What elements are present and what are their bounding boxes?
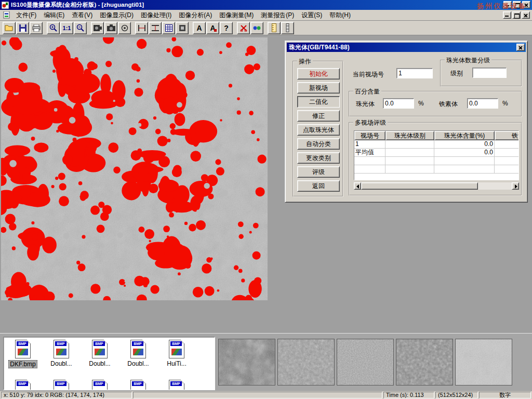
vendor-watermark: 扬州仪器设备 <box>477 2 527 11</box>
file-label[interactable]: Doubl... <box>88 360 111 367</box>
menu-file[interactable]: 文件(F) <box>12 10 40 21</box>
dialog-title-bar[interactable]: 珠光体(GB/T9441-88) <box>287 43 526 52</box>
menu-image-analysis[interactable]: 图像分析(A) <box>175 10 216 21</box>
file-label[interactable]: DKF.bmp <box>8 360 37 368</box>
file-item[interactable]: BMP Doubl... <box>81 340 119 368</box>
scrollbar-track[interactable] <box>478 182 512 190</box>
scrollbar-thumb[interactable] <box>361 182 478 190</box>
save-icon <box>19 24 26 32</box>
grade-input[interactable] <box>472 68 507 78</box>
caliper-horizontal-icon <box>151 24 159 32</box>
menu-view[interactable]: 查看(V) <box>68 10 96 21</box>
scroll-left-button[interactable] <box>354 182 361 190</box>
change-class-button[interactable]: 更改类别 <box>297 152 340 164</box>
calibration-dots-icon <box>253 25 261 31</box>
header-content[interactable]: 珠光体含量(%) <box>434 131 495 140</box>
menu-edit[interactable]: 编辑(E) <box>40 10 68 21</box>
bmp-file-icon: BMP <box>92 380 108 390</box>
mdi-restore-button[interactable] <box>512 11 521 19</box>
init-button[interactable]: 初始化 <box>297 68 340 79</box>
bmp-thumbnail-art <box>171 349 182 355</box>
grid-icon <box>165 24 172 32</box>
menu-image-display[interactable]: 图像显示(D) <box>96 10 137 21</box>
grid-button[interactable] <box>162 22 175 34</box>
zoom-out-button[interactable] <box>74 22 87 34</box>
new-field-button[interactable]: 新视场 <box>297 82 340 94</box>
file-item[interactable]: BMP <box>4 380 42 390</box>
header-grade[interactable]: 珠光体级别 <box>385 131 434 140</box>
file-item[interactable]: BMP DKF.bmp <box>4 340 42 368</box>
file-item[interactable]: BMP <box>157 380 196 390</box>
status-position: x: 510 y: 79 idx: 0 RGB: (174, 174, 174) <box>1 392 132 398</box>
menu-help[interactable]: 帮助(H) <box>326 10 354 21</box>
thumbnail-4[interactable] <box>396 339 453 385</box>
menu-image-processing[interactable]: 图像处理(I) <box>137 10 175 21</box>
menu-settings[interactable]: 设置(S) <box>298 10 326 21</box>
actual-size-button[interactable]: 1:1 <box>60 22 73 34</box>
measure-area-button[interactable] <box>176 22 189 34</box>
file-item[interactable]: BMP <box>42 380 81 390</box>
text-annotation-button[interactable]: A <box>193 22 206 34</box>
video-capture-button[interactable] <box>91 22 104 34</box>
mdi-close-button[interactable] <box>522 11 530 19</box>
pearlite-label: 珠光体 <box>356 100 375 109</box>
target-button[interactable] <box>118 22 131 34</box>
help-button[interactable]: ? <box>220 22 233 34</box>
binarize-button[interactable]: 二值化 <box>297 96 340 108</box>
correct-button[interactable]: 修正 <box>297 110 340 122</box>
ferrite-percent-input[interactable]: 0.0 <box>467 98 498 109</box>
app-icon <box>2 2 9 9</box>
menu-image-measure[interactable]: 图像测量(M) <box>216 10 257 21</box>
open-file-button[interactable] <box>3 22 16 34</box>
file-item[interactable]: BMP <box>81 380 119 390</box>
snapshot-button[interactable] <box>104 22 117 34</box>
dialog-close-button[interactable] <box>516 44 525 51</box>
bmp-badge: BMP <box>170 381 182 386</box>
ferrite-label: 铁素体 <box>439 100 458 109</box>
return-button[interactable]: 返回 <box>297 180 340 192</box>
scale-bar-button[interactable] <box>281 22 294 34</box>
pick-pearlite-button[interactable]: 点取珠光体 <box>297 124 340 136</box>
ruler-button[interactable] <box>268 22 281 34</box>
rating-table[interactable]: 视场号 珠光体级别 珠光体含量(%) 铁素 1 0.0 平均值 0.0 <box>354 130 519 180</box>
bmp-file-icon: BMP <box>169 340 184 358</box>
measure-vertical-button[interactable] <box>135 22 148 34</box>
thumbnail-3[interactable] <box>337 339 394 385</box>
menu-report[interactable]: 测量报告(P) <box>257 10 298 21</box>
header-field[interactable]: 视场号 <box>354 131 385 140</box>
table-horizontal-scrollbar[interactable] <box>354 182 519 190</box>
save-button[interactable] <box>16 22 29 34</box>
rate-button[interactable]: 评级 <box>297 166 340 178</box>
file-label[interactable]: Doubl... <box>49 360 73 367</box>
file-item[interactable]: BMP Doubl... <box>119 340 157 368</box>
file-item[interactable]: BMP Doubl... <box>42 340 81 368</box>
calibrate-button[interactable] <box>250 22 263 34</box>
auto-classify-button[interactable]: 自动分类 <box>297 138 340 150</box>
scroll-right-button[interactable] <box>512 182 519 190</box>
file-item[interactable]: BMP <box>119 380 157 390</box>
header-ferrite[interactable]: 铁素 <box>495 131 519 140</box>
cell-content: 0.0 <box>434 149 495 157</box>
file-item[interactable]: BMP HuiTi... <box>157 340 196 368</box>
zoom-in-button[interactable] <box>47 22 60 34</box>
table-row[interactable]: 平均值 0.0 <box>354 149 518 157</box>
print-button[interactable] <box>30 22 43 34</box>
text-style-button[interactable]: A <box>206 22 219 34</box>
toolbar-separator <box>233 22 237 34</box>
mdi-minimize-button[interactable] <box>503 11 511 19</box>
file-browser[interactable]: BMP DKF.bmp BMP Doubl... BMP Doubl... BM… <box>3 337 215 390</box>
thumbnail-2[interactable] <box>277 339 335 385</box>
file-label[interactable]: HuiTi... <box>166 360 188 367</box>
file-label[interactable]: Doubl... <box>126 360 150 367</box>
thumbnail-1[interactable] <box>218 339 275 385</box>
thumbnail-5[interactable] <box>455 339 512 385</box>
bmp-badge: BMP <box>170 341 182 346</box>
ruler-vertical-icon <box>272 23 276 32</box>
current-view-input[interactable]: 1 <box>396 68 433 78</box>
cut-button[interactable] <box>237 22 250 34</box>
metallographic-image[interactable] <box>1 37 268 300</box>
pearlite-percent-input[interactable]: 0.0 <box>383 98 414 109</box>
table-row[interactable]: 1 0.0 <box>354 140 518 149</box>
scale-bar-icon <box>286 23 289 32</box>
measure-horizontal-button[interactable] <box>149 22 162 34</box>
